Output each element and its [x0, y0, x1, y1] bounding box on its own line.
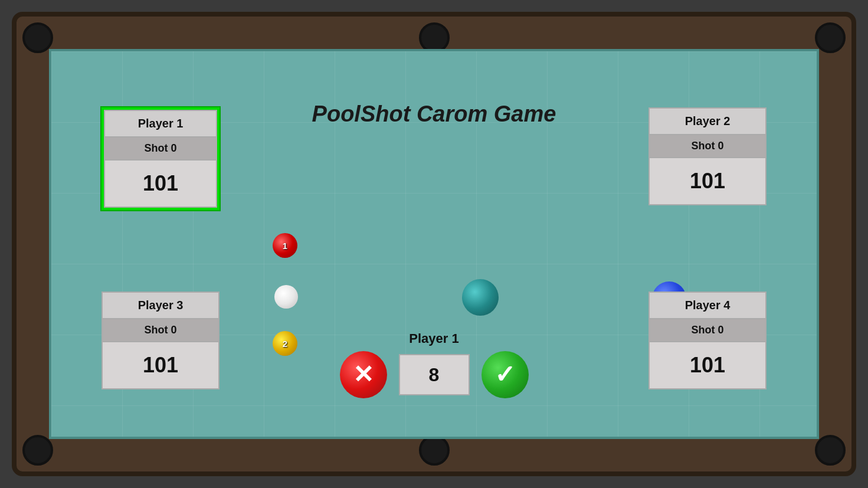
- player-panel-p3: Player 3 Shot 0 101: [101, 292, 220, 389]
- p2-name: Player 2: [648, 107, 767, 135]
- p3-score: 101: [101, 342, 220, 389]
- p2-score: 101: [648, 158, 767, 205]
- p4-name: Player 4: [648, 292, 767, 319]
- player-panel-p4: Player 4 Shot 0 101: [648, 292, 767, 389]
- ball-red: 1: [273, 233, 297, 258]
- game-title: PoolShot Carom Game: [312, 101, 556, 127]
- p3-shot: Shot 0: [101, 319, 220, 342]
- game-container: PoolShot Carom Game Player 1 Shot 0 101 …: [0, 0, 868, 488]
- pocket-top-right: [815, 22, 846, 53]
- p1-score: 101: [104, 161, 217, 208]
- player-panel-p2: Player 2 Shot 0 101: [648, 107, 767, 205]
- current-score-box: 8: [399, 354, 470, 395]
- ball-yellow: 2: [273, 331, 297, 356]
- player-panel-p1: Player 1 Shot 0 101: [101, 107, 220, 210]
- table-felt: PoolShot Carom Game Player 1 Shot 0 101 …: [49, 49, 819, 439]
- ball-teal: [462, 279, 499, 316]
- confirm-button[interactable]: ✓: [482, 351, 529, 398]
- confirm-icon: ✓: [494, 362, 515, 387]
- ball-yellow-number: 2: [283, 339, 287, 349]
- p4-score: 101: [648, 342, 767, 389]
- p4-shot: Shot 0: [648, 319, 767, 342]
- p1-name: Player 1: [104, 110, 217, 137]
- bottom-controls: ✕ 8 ✓: [340, 351, 529, 398]
- pocket-bottom-left: [22, 435, 53, 466]
- pocket-bottom-right: [815, 435, 846, 466]
- p1-shot: Shot 0: [104, 137, 217, 161]
- pocket-bottom-middle: [419, 435, 450, 466]
- current-player-label: Player 1: [409, 331, 458, 346]
- p2-shot: Shot 0: [648, 135, 767, 158]
- ball-white: [274, 285, 298, 309]
- p3-name: Player 3: [101, 292, 220, 319]
- table-outer: PoolShot Carom Game Player 1 Shot 0 101 …: [12, 12, 856, 476]
- cancel-button[interactable]: ✕: [340, 351, 387, 398]
- bottom-ui: Player 1 ✕ 8 ✓: [340, 331, 529, 398]
- cancel-icon: ✕: [353, 362, 374, 387]
- ball-red-number: 1: [283, 241, 287, 251]
